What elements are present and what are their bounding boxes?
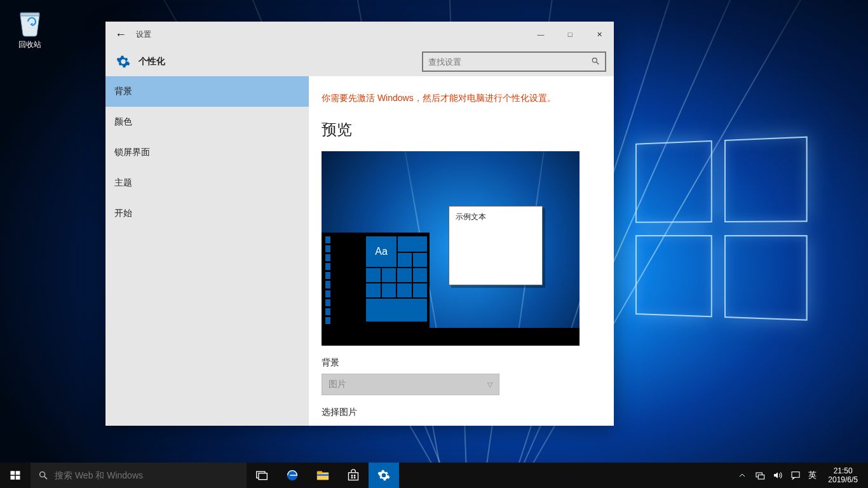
- ime-indicator[interactable]: 英: [808, 470, 817, 481]
- page-title: 个性化: [139, 56, 165, 67]
- settings-headerbar: 个性化: [105, 47, 614, 76]
- svg-rect-10: [259, 473, 267, 480]
- gear-icon: [113, 51, 133, 72]
- taskbar-search-input[interactable]: [55, 470, 239, 480]
- settings-content: 你需要先激活 Windows，然后才能对电脑进行个性化设置。 预览 示例文本 A…: [309, 76, 614, 426]
- preview-sample-window: 示例文本: [449, 206, 543, 285]
- taskbar-app-settings[interactable]: [369, 463, 399, 488]
- svg-rect-14: [317, 474, 329, 476]
- preview-taskbar: [322, 328, 580, 346]
- sidebar-item-background[interactable]: 背景: [105, 76, 309, 107]
- svg-rect-22: [792, 472, 799, 478]
- recycle-bin-label: 回收站: [6, 39, 53, 50]
- taskbar-app-edge[interactable]: [277, 463, 308, 488]
- taskbar-app-explorer[interactable]: [308, 463, 338, 488]
- background-type-value: 图片: [329, 379, 346, 390]
- choose-picture-label: 选择图片: [322, 407, 601, 418]
- sidebar-item-label: 开始: [114, 208, 132, 219]
- preview-tile-aa: Aa: [366, 236, 397, 267]
- sidebar-item-label: 锁屏界面: [114, 147, 150, 158]
- recycle-bin-icon: [17, 9, 43, 37]
- taskbar-search[interactable]: [31, 463, 247, 488]
- clock-date: 2019/6/5: [828, 475, 858, 484]
- svg-line-2: [597, 62, 599, 64]
- chevron-down-icon: ▽: [487, 381, 492, 389]
- svg-rect-6: [16, 476, 20, 480]
- svg-rect-19: [354, 477, 356, 479]
- sample-text: 示例文本: [456, 212, 486, 221]
- recycle-bin-desktop-icon[interactable]: 回收站: [6, 6, 53, 50]
- background-type-select[interactable]: 图片 ▽: [322, 374, 499, 395]
- system-tray: 英 21:50 2019/6/5: [731, 463, 868, 488]
- svg-rect-15: [349, 473, 358, 480]
- start-button[interactable]: [0, 463, 31, 488]
- back-button[interactable]: ←: [105, 22, 136, 47]
- desktop-preview: 示例文本 Aa: [322, 151, 580, 346]
- svg-rect-5: [11, 476, 15, 480]
- sidebar-item-themes[interactable]: 主题: [105, 168, 309, 198]
- svg-rect-18: [351, 477, 353, 479]
- svg-rect-0: [20, 13, 39, 16]
- taskbar-clock[interactable]: 21:50 2019/6/5: [824, 466, 862, 485]
- task-view-button[interactable]: [247, 463, 277, 488]
- sidebar-item-label: 主题: [114, 177, 132, 189]
- taskbar-app-store[interactable]: [338, 463, 369, 488]
- svg-point-7: [40, 472, 45, 477]
- clock-time: 21:50: [828, 466, 858, 475]
- sidebar-item-label: 颜色: [114, 116, 132, 128]
- sidebar-item-label: 背景: [114, 86, 132, 97]
- close-button[interactable]: ✕: [585, 22, 614, 47]
- action-center-icon[interactable]: [790, 470, 801, 480]
- svg-rect-17: [354, 475, 356, 477]
- preview-heading: 预览: [322, 119, 601, 140]
- svg-rect-16: [351, 475, 353, 477]
- minimize-button[interactable]: —: [526, 22, 555, 47]
- activation-warning: 你需要先激活 Windows，然后才能对电脑进行个性化设置。: [322, 93, 601, 104]
- window-titlebar[interactable]: ← 设置 — □ ✕: [105, 22, 614, 47]
- network-icon[interactable]: [755, 470, 765, 480]
- tray-chevron-up-icon[interactable]: [737, 470, 747, 480]
- preview-start-menu: Aa: [322, 233, 430, 328]
- svg-rect-3: [11, 471, 15, 475]
- volume-icon[interactable]: [773, 470, 783, 480]
- taskbar: 英 21:50 2019/6/5: [0, 463, 868, 488]
- settings-sidebar: 背景 颜色 锁屏界面 主题 开始: [105, 76, 309, 426]
- svg-line-8: [44, 477, 47, 479]
- settings-window: ← 设置 — □ ✕ 个性化 背景 颜色 锁屏界面 主题 开始 你需要先激活 W…: [105, 22, 614, 426]
- svg-rect-13: [317, 471, 322, 474]
- search-icon: [38, 470, 48, 480]
- sidebar-item-start[interactable]: 开始: [105, 198, 309, 229]
- svg-rect-21: [759, 475, 764, 479]
- svg-point-1: [592, 58, 597, 62]
- search-icon: [591, 57, 600, 67]
- sidebar-item-lockscreen[interactable]: 锁屏界面: [105, 137, 309, 168]
- svg-rect-4: [16, 471, 20, 475]
- search-input[interactable]: [428, 57, 591, 67]
- search-settings-box[interactable]: [422, 51, 606, 72]
- sidebar-item-colors[interactable]: 颜色: [105, 107, 309, 137]
- window-title: 设置: [136, 29, 151, 40]
- background-label: 背景: [322, 357, 601, 369]
- maximize-button[interactable]: □: [555, 22, 585, 47]
- windows-logo-art: [635, 136, 821, 335]
